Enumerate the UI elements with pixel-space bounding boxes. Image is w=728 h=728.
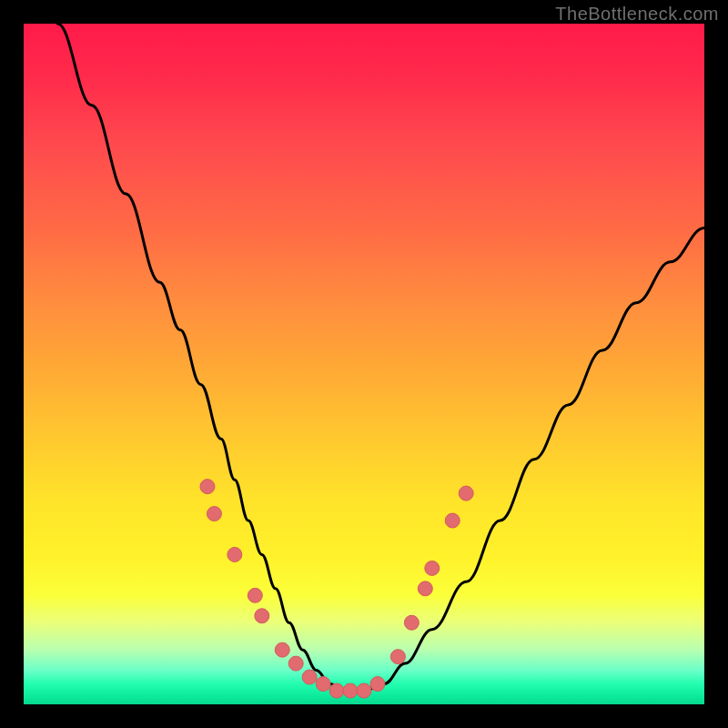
curve-marker	[275, 642, 289, 657]
curve-layer	[24, 24, 704, 704]
curve-marker	[459, 486, 473, 500]
curve-marker	[390, 650, 405, 664]
curve-marker	[255, 609, 269, 623]
curve-marker	[425, 561, 440, 575]
curve-marker	[288, 656, 303, 671]
curve-marker	[445, 513, 460, 528]
chart-frame: TheBottleneck.com	[0, 0, 728, 728]
curve-marker	[357, 683, 371, 698]
curve-markers	[200, 480, 473, 698]
curve-marker	[343, 683, 358, 698]
curve-marker	[228, 547, 242, 561]
curve-marker	[329, 683, 344, 698]
curve-marker	[248, 588, 262, 602]
watermark-text: TheBottleneck.com	[555, 4, 719, 25]
curve-marker	[404, 615, 419, 630]
curve-marker	[316, 677, 330, 692]
bottleneck-curve	[57, 24, 704, 691]
curve-marker	[302, 670, 317, 684]
curve-marker	[370, 677, 385, 692]
curve-marker	[418, 581, 432, 596]
curve-marker	[200, 480, 215, 494]
curve-marker	[207, 507, 221, 521]
plot-area	[24, 24, 704, 704]
